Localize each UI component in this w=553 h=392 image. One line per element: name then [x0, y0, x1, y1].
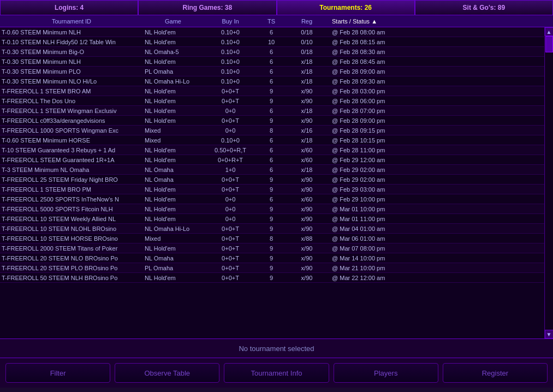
cell-reg: x/90	[285, 88, 329, 94]
table-row[interactable]: T-FREEROLL 50 STEEM NLH BROsino Po NL Ho…	[0, 273, 553, 283]
cell-reg: x/18	[285, 78, 329, 85]
table-row[interactable]: T-0.30 STEEM Minimum PLO PL Omaha 0.10+0…	[0, 67, 553, 76]
table-row[interactable]: T-FREEROLL 20 STEEM NLO BROsino Po NL Om…	[0, 253, 553, 263]
cell-start: @ Mar 01 10:00 pm	[329, 206, 430, 212]
cell-game: NL Omaha-5	[143, 49, 203, 55]
cell-ts: 6	[258, 196, 285, 203]
cell-id: T-FREEROLL 10 STEEM NLOHL BROsino	[0, 225, 143, 232]
cell-buyin: 0+0	[203, 127, 258, 134]
cell-start: @ Mar 04 01:00 am	[329, 225, 430, 232]
cell-game: NL Hold'em	[143, 58, 203, 65]
table-row[interactable]: T-FREEROLL 5000 SPORTS Fitcoin NLH NL Ho…	[0, 204, 553, 214]
cell-buyin: 0+0+T	[203, 275, 258, 281]
col-reg[interactable]: Reg	[285, 18, 329, 25]
table-row[interactable]: T-0.30 STEEM Minimum NLH NL Hold'em 0.10…	[0, 57, 553, 67]
cell-game: NL Hold'em	[143, 108, 203, 114]
table-row[interactable]: T-FREEROLL 10 STEEM Weekly Allied NL NL …	[0, 214, 553, 224]
table-row[interactable]: T-10 STEEM Guaranteed 3 Rebuys + 1 Ad NL…	[0, 145, 553, 155]
scroll-down-arrow[interactable]: ▼	[545, 330, 554, 338]
cell-id: T-0.60 STEEM Minimum HORSE	[0, 137, 143, 144]
cell-start: @ Feb 29 03:00 am	[329, 186, 430, 193]
table-row[interactable]: T-FREEROLL STEEM Guaranteed 1R+1A NL Hol…	[0, 155, 553, 165]
cell-id: T-FREEROLL 1 STEEM BRO AM	[0, 88, 143, 94]
cell-ts: 9	[258, 275, 285, 281]
table-row[interactable]: T-FREEROLL 2500 SPORTS InTheNow's N NL H…	[0, 194, 553, 204]
table-row[interactable]: T-3 STEEM Minimum NL Omaha NL Omaha 1+0 …	[0, 165, 553, 175]
observe-button[interactable]: Observe Table	[115, 363, 219, 383]
cell-ts: 10	[258, 39, 285, 45]
cell-game: Mixed	[143, 127, 203, 134]
col-buyin[interactable]: Buy In	[203, 18, 258, 25]
cell-game: NL Hold'em	[143, 147, 203, 153]
cell-reg: x/60	[285, 147, 329, 153]
register-button[interactable]: Register	[443, 363, 548, 383]
cell-ts: 8	[258, 235, 285, 242]
cell-reg: x/90	[285, 98, 329, 104]
table-row[interactable]: T-FREEROLL 25 STEEM Friday Night BRO NL …	[0, 175, 553, 185]
table-row[interactable]: T-FREEROLL 1000 SPORTS Wingman Exc Mixed…	[0, 126, 553, 135]
table-row[interactable]: T-FREEROLL 2000 STEEM Titans of Poker NL…	[0, 243, 553, 253]
cell-buyin: 0.10+0	[203, 49, 258, 55]
cell-start: @ Feb 28 11:00 pm	[329, 147, 430, 153]
scroll-up-arrow[interactable]: ▲	[545, 27, 554, 36]
cell-buyin: 0+0+T	[203, 117, 258, 124]
table-row[interactable]: T-FREEROLL 1 STEEM Wingman Exclusiv NL H…	[0, 106, 553, 116]
cell-id: T-FREEROLL 50 STEEM NLH BROsino Po	[0, 275, 143, 281]
cell-buyin: 0+0+T	[203, 255, 258, 262]
players-button[interactable]: Players	[334, 363, 438, 383]
table-row[interactable]: T-FREEROLL 1 STEEM BRO AM NL Hold'em 0+0…	[0, 86, 553, 96]
table-row[interactable]: T-FREEROLL 1 STEEM BRO PM NL Hold'em 0+0…	[0, 185, 553, 194]
table-row[interactable]: T-FREEROLL 10 STEEM NLOHL BROsino NL Oma…	[0, 224, 553, 234]
cell-reg: x/90	[285, 117, 329, 124]
cell-reg: x/16	[285, 127, 329, 134]
cell-reg: 0/18	[285, 49, 329, 55]
status-bar: No tournament selected	[0, 338, 553, 358]
cell-buyin: 1+0	[203, 167, 258, 173]
cell-buyin: 0+0+T	[203, 265, 258, 271]
cell-id: T-FREEROLL 1 STEEM BRO PM	[0, 186, 143, 193]
cell-reg: x/90	[285, 176, 329, 183]
col-game[interactable]: Game	[143, 18, 203, 25]
cell-reg: x/90	[285, 255, 329, 262]
table-row[interactable]: T-0.30 STEEM Minimum Big-O NL Omaha-5 0.…	[0, 47, 553, 57]
cell-reg: 0/18	[285, 29, 329, 35]
cell-id: T-FREEROLL STEEM Guaranteed 1R+1A	[0, 157, 143, 163]
scroll-thumb[interactable]	[545, 36, 553, 52]
col-ts[interactable]: TS	[258, 18, 285, 25]
table-row[interactable]: T-0.60 STEEM Minimum HORSE Mixed 0.10+0 …	[0, 135, 553, 145]
cell-game: NL Hold'em	[143, 117, 203, 124]
col-starts[interactable]: Starts / Status ▲	[329, 18, 430, 25]
filter-button[interactable]: Filter	[5, 363, 110, 383]
tournaments-count[interactable]: Tournaments: 26	[277, 0, 415, 15]
info-button[interactable]: Tournament Info	[224, 363, 329, 383]
scroll-track[interactable]	[545, 36, 553, 330]
cell-reg: x/18	[285, 58, 329, 65]
table-row[interactable]: T-FREEROLL 20 STEEM PLO BROsino Po PL Om…	[0, 263, 553, 273]
logins-count[interactable]: Logins: 4	[0, 0, 138, 15]
cell-ts: 6	[258, 58, 285, 65]
cell-id: T-0.30 STEEM Minimum NLO Hi/Lo	[0, 78, 143, 85]
table-row[interactable]: T-FREEROLL 10 STEEM HORSE BROsino Mixed …	[0, 234, 553, 243]
ring-games-count[interactable]: Ring Games: 38	[138, 0, 276, 15]
cell-ts: 9	[258, 225, 285, 232]
cell-start: @ Feb 28 10:15 pm	[329, 137, 430, 144]
cell-id: T-FREEROLL 2500 SPORTS InTheNow's N	[0, 196, 143, 203]
cell-ts: 9	[258, 255, 285, 262]
cell-start: @ Feb 28 09:30 am	[329, 78, 430, 85]
cell-reg: x/18	[285, 167, 329, 173]
cell-game: NL Omaha	[143, 176, 203, 183]
col-tournament-id[interactable]: Tournament ID	[0, 18, 143, 25]
table-row[interactable]: T-0.30 STEEM Minimum NLO Hi/Lo NL Omaha …	[0, 76, 553, 86]
sitgo-count[interactable]: Sit & Go's: 89	[415, 0, 553, 15]
cell-game: NL Hold'em	[143, 206, 203, 212]
table-row[interactable]: T-FREEROLL The Dos Uno NL Hold'em 0+0+T …	[0, 96, 553, 106]
cell-start: @ Feb 28 08:30 am	[329, 49, 430, 55]
cell-start: @ Feb 28 09:15 pm	[329, 127, 430, 134]
table-row[interactable]: T-0.60 STEEM Minimum NLH NL Hold'em 0.10…	[0, 27, 553, 37]
cell-ts: 8	[258, 127, 285, 134]
table-row[interactable]: T-FREEROLL c0ff33a/derangedvisions NL Ho…	[0, 116, 553, 126]
table-row[interactable]: T-0.10 STEEM NLH Fiddy50 1/2 Table Win N…	[0, 37, 553, 47]
cell-game: PL Omaha	[143, 265, 203, 271]
cell-ts: 9	[258, 206, 285, 212]
cell-start: @ Feb 29 02:00 am	[329, 167, 430, 173]
